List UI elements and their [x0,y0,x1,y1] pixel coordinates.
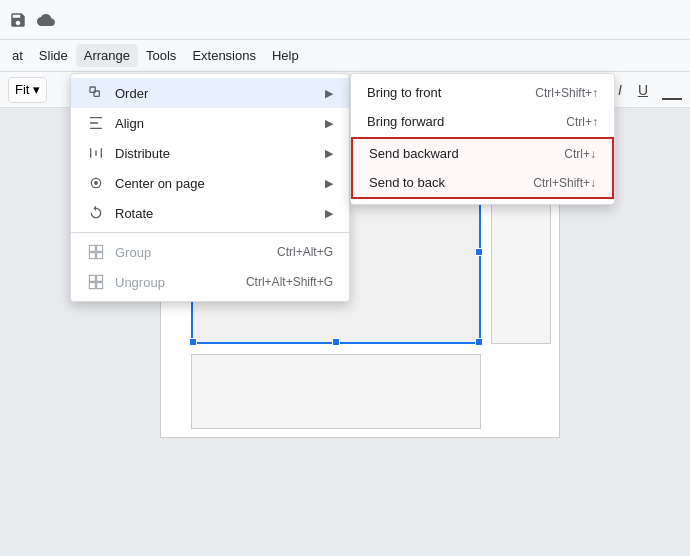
center-label: Center on page [115,176,315,191]
menu-help[interactable]: Help [264,44,307,67]
order-label: Order [115,86,315,101]
order-bring-to-front[interactable]: Bring to front Ctrl+Shift+↑ [351,78,614,107]
align-arrow: ▶ [325,117,333,130]
svg-rect-11 [97,283,103,289]
order-send-to-back[interactable]: Send to back Ctrl+Shift+↓ [353,168,612,197]
fit-label: Fit [15,82,29,97]
svg-rect-5 [97,245,103,251]
arrange-menu-divider [71,232,349,233]
arrange-menu-order[interactable]: Order ▶ [71,78,349,108]
order-submenu: Bring to front Ctrl+Shift+↑ Bring forwar… [350,73,615,205]
distribute-icon [87,144,105,162]
send-backward-label: Send backward [369,146,459,161]
save-icon[interactable] [8,10,28,30]
menubar: at Slide Arrange Tools Extensions Help [0,40,690,72]
arrange-menu-ungroup[interactable]: Ungroup Ctrl+Alt+Shift+G [71,267,349,297]
toolbar [0,0,690,40]
group-label: Group [115,245,267,260]
svg-rect-6 [89,253,95,259]
align-icon [87,114,105,132]
ungroup-icon [87,273,105,291]
bring-forward-label: Bring forward [367,114,444,129]
svg-rect-9 [97,275,103,281]
chevron-down-icon: ▾ [33,82,40,97]
order-bring-forward[interactable]: Bring forward Ctrl+↑ [351,107,614,136]
svg-rect-7 [97,253,103,259]
resize-handle-bl[interactable] [189,338,197,346]
order-icon [87,84,105,102]
svg-rect-4 [89,245,95,251]
send-to-back-shortcut: Ctrl+Shift+↓ [533,176,596,190]
svg-rect-10 [89,283,95,289]
resize-handle-bm[interactable] [332,338,340,346]
group-icon [87,243,105,261]
menu-extensions[interactable]: Extensions [184,44,264,67]
align-label: Align [115,116,315,131]
underline-button[interactable]: U [632,80,654,100]
toolbar-icons [8,10,56,30]
arrange-menu-group[interactable]: Group Ctrl+Alt+G [71,237,349,267]
svg-rect-8 [89,275,95,281]
rotate-icon [87,204,105,222]
cloud-icon[interactable] [36,10,56,30]
center-arrow: ▶ [325,177,333,190]
resize-handle-br[interactable] [475,338,483,346]
menu-slide[interactable]: Slide [31,44,76,67]
slide-element-bottom [191,354,481,429]
ungroup-shortcut: Ctrl+Alt+Shift+G [246,275,333,289]
arrange-menu-center[interactable]: Center on page ▶ [71,168,349,198]
center-icon [87,174,105,192]
arrange-menu: Order ▶ Align ▶ Distribute ▶ Center on p… [70,73,350,302]
bring-to-front-label: Bring to front [367,85,441,100]
ungroup-label: Ungroup [115,275,236,290]
distribute-label: Distribute [115,146,315,161]
menu-at[interactable]: at [4,44,31,67]
order-arrow: ▶ [325,87,333,100]
highlighted-order-group: Send backward Ctrl+↓ Send to back Ctrl+S… [351,137,614,199]
resize-handle-mr[interactable] [475,248,483,256]
arrange-menu-align[interactable]: Align ▶ [71,108,349,138]
svg-point-3 [95,182,98,185]
send-backward-shortcut: Ctrl+↓ [564,147,596,161]
group-shortcut: Ctrl+Alt+G [277,245,333,259]
fit-dropdown[interactable]: Fit ▾ [8,77,47,103]
menu-tools[interactable]: Tools [138,44,184,67]
rotate-label: Rotate [115,206,315,221]
distribute-arrow: ▶ [325,147,333,160]
send-to-back-label: Send to back [369,175,445,190]
bring-forward-shortcut: Ctrl+↑ [566,115,598,129]
arrange-menu-rotate[interactable]: Rotate ▶ [71,198,349,228]
rotate-arrow: ▶ [325,207,333,220]
underline-decoration [662,80,682,100]
bring-to-front-shortcut: Ctrl+Shift+↑ [535,86,598,100]
order-send-backward[interactable]: Send backward Ctrl+↓ [353,139,612,168]
menu-arrange[interactable]: Arrange [76,44,138,67]
arrange-menu-distribute[interactable]: Distribute ▶ [71,138,349,168]
